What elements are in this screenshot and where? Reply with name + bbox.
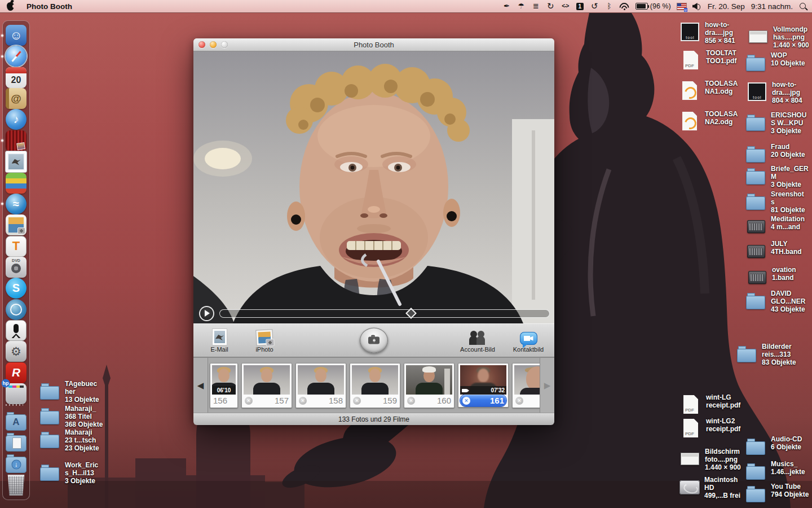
contact-picture-button[interactable]: Kontaktbild <box>510 328 546 353</box>
file-wint-lg2-pdf[interactable]: PDF wint-LG2receipt.pdf <box>681 418 740 439</box>
dock-documents-folder[interactable] <box>6 432 27 453</box>
title-bar[interactable]: Photo Booth <box>193 38 554 51</box>
dock-hp-printer[interactable]: hp <box>6 383 27 404</box>
thumb-162[interactable]: 162 <box>512 363 540 408</box>
thumb-161[interactable]: 07'32 161 <box>458 363 509 408</box>
menu-date[interactable]: Fr. 20. Sep <box>708 2 745 11</box>
menu-time[interactable]: 9:31 nachm. <box>751 2 793 11</box>
thumb-160[interactable]: 160 <box>404 363 454 408</box>
dock-mail[interactable] <box>6 151 27 172</box>
folder-sreenshots[interactable]: Sreenshots81 Objekte <box>745 191 805 214</box>
volume-icon[interactable] <box>692 3 701 10</box>
contact-label: Kontaktbild <box>513 346 544 353</box>
dock-textwrangler[interactable]: T <box>6 236 27 257</box>
folder-work-erics[interactable]: Work_Erics_H...il133 Objekte <box>39 462 98 485</box>
photo-number: 160 <box>437 396 451 405</box>
camera-shutter-button[interactable] <box>360 328 388 353</box>
wifi-icon[interactable] <box>620 3 629 10</box>
delete-photo-button[interactable] <box>462 397 470 405</box>
dock-safari[interactable] <box>6 46 27 67</box>
filmstrip-scroll-right-button[interactable]: ▶ <box>540 358 554 413</box>
folder-fraud[interactable]: Fraud20 Objekte <box>745 143 805 165</box>
dock-itunes[interactable]: ♪ <box>6 109 27 130</box>
delete-photo-button[interactable] <box>299 397 307 405</box>
folder-maharaji-368[interactable]: Maharaji_368 Titel368 Objekte <box>39 405 103 428</box>
file-tooltattoo1-pdf[interactable]: PDF TOOLTATTOO1.pdf <box>681 50 736 71</box>
dock: ☺ 20 @ ♪ ≈ T DVD S ⚙ R hp A ↓ <box>2 20 30 500</box>
avira-menu-icon[interactable]: ☂ <box>517 1 526 11</box>
drive-macintosh-hd[interactable]: MacintoshHD499,...B frei <box>679 476 740 500</box>
dock-photo-booth[interactable] <box>6 130 27 151</box>
layers-icon[interactable]: ≣ <box>532 1 540 11</box>
dock-iphoto[interactable] <box>6 214 27 235</box>
app-menu-title[interactable]: Photo Booth <box>27 2 72 11</box>
delete-photo-button[interactable] <box>245 397 253 405</box>
code-icon[interactable]: <-> <box>561 1 570 11</box>
iphoto-button[interactable]: iPhoto <box>246 328 283 353</box>
folder-audio-cd[interactable]: Audio-CD6 Objekte <box>745 436 802 457</box>
folder-maharaji-23[interactable]: Maharaji23 t...tsch23 Objekte <box>39 429 99 452</box>
delete-photo-button[interactable] <box>407 397 415 405</box>
folder-ericshous[interactable]: ERICSHOUS W...KPU3 Objekte <box>745 112 806 135</box>
email-button[interactable]: E-Mail <box>201 328 237 353</box>
desktop: Photo Booth ✒☂≣↻<->1↺ᛒ (96 %) u Fr. 20. … <box>0 0 812 508</box>
file-meditation-band[interactable]: Meditation4 m...and <box>745 216 805 237</box>
file-vollmondphase-png[interactable]: Vollmondphas....png1.440 × 900 <box>748 26 809 49</box>
thumb-158[interactable]: 158 <box>295 363 346 408</box>
dock-openoffice[interactable]: ≈ <box>6 194 27 214</box>
folder-briefe-germ[interactable]: Briefe_GERM3 Objekte <box>745 165 809 189</box>
apple-menu-icon[interactable] <box>7 2 14 11</box>
playhead[interactable] <box>405 308 417 319</box>
file-ovation-band[interactable]: ovation1.band <box>747 266 796 288</box>
zoom-button[interactable] <box>221 41 228 48</box>
dock-world-clock[interactable] <box>6 299 27 320</box>
photo-number: 157 <box>275 396 289 405</box>
bluetooth-icon[interactable]: ᛒ <box>605 1 614 11</box>
delete-photo-button[interactable] <box>353 397 361 405</box>
thumb-159[interactable]: 159 <box>350 363 400 408</box>
markup-pen-icon[interactable]: ✒ <box>502 1 511 11</box>
account-picture-button[interactable]: Account-Bild <box>460 328 496 353</box>
spotlight-icon[interactable] <box>799 2 807 11</box>
file-wint-lg-pdf[interactable]: PDF wint-LGreceipt.pdf <box>681 394 740 415</box>
dock-divider[interactable] <box>6 404 27 411</box>
battery-icon[interactable]: (96 %) <box>636 2 671 10</box>
dock-address-book[interactable]: @ <box>6 88 27 109</box>
dock-bluestacks[interactable] <box>6 173 27 194</box>
play-button[interactable] <box>199 306 214 321</box>
scrubber-track[interactable] <box>219 309 550 318</box>
dock-trash[interactable] <box>6 475 27 496</box>
folder-you-tube[interactable]: You Tube794 Objekte <box>745 483 809 505</box>
dock-ical[interactable]: 20 <box>6 67 27 88</box>
time-machine-icon[interactable]: ↺ <box>590 1 599 11</box>
parallels-icon[interactable]: 1 <box>576 1 584 11</box>
file-bildschirmfoto-png[interactable]: Bildschirmfoto....png1.440 × 900 <box>679 448 741 471</box>
file-toolasana2-odg[interactable]: TOOLASANA2.odg <box>679 111 738 132</box>
sync-icon[interactable]: ↻ <box>546 1 555 11</box>
dock-skype[interactable]: S <box>6 278 27 299</box>
file-toolasana1-odg[interactable]: TOOLASANA1.odg <box>679 80 738 102</box>
keyboard-layout-flag-icon[interactable]: u <box>677 3 686 10</box>
email-stamp-icon <box>213 329 227 345</box>
folder-david-glo[interactable]: DAVIDGLO...NER43 Objekte <box>745 290 805 313</box>
dock-system-preferences[interactable]: ⚙ <box>6 341 27 362</box>
photo-booth-window: Photo Booth <box>193 38 554 422</box>
dock-applications-folder[interactable]: A <box>6 411 27 432</box>
thumb-157[interactable]: 157 <box>241 363 292 408</box>
dock-finder[interactable]: ☺ <box>6 25 27 46</box>
delete-photo-button[interactable] <box>515 397 523 405</box>
file-how-to-draw-jpg-2[interactable]: tool how-to-dra....jpg804 × 804 <box>747 81 802 104</box>
dock-dvd-player[interactable]: DVD <box>6 257 27 278</box>
folder-bilderder-reise[interactable]: Bilderderreis...31383 Objekte <box>736 343 796 366</box>
folder-musics[interactable]: Musics_1.46...jekte <box>745 461 805 482</box>
folder-tagebuecher[interactable]: TAgebuecher13 Objekte <box>39 380 99 404</box>
file-july-4th-band[interactable]: JULY4TH.band <box>745 240 802 262</box>
file-how-to-draw-jpg-1[interactable]: tool how-to-dra....jpg856 × 841 <box>679 21 735 45</box>
folder-wop[interactable]: WOP10 Objekte <box>745 52 805 73</box>
dock-downloads-folder[interactable]: ↓ <box>6 454 27 475</box>
close-button[interactable] <box>198 41 205 48</box>
filmstrip-scroll-left-button[interactable]: ◀ <box>193 358 208 413</box>
thumb-156[interactable]: 06'10 156 <box>210 363 238 408</box>
minimize-button[interactable] <box>210 41 217 48</box>
dock-voice-app[interactable] <box>6 320 27 341</box>
